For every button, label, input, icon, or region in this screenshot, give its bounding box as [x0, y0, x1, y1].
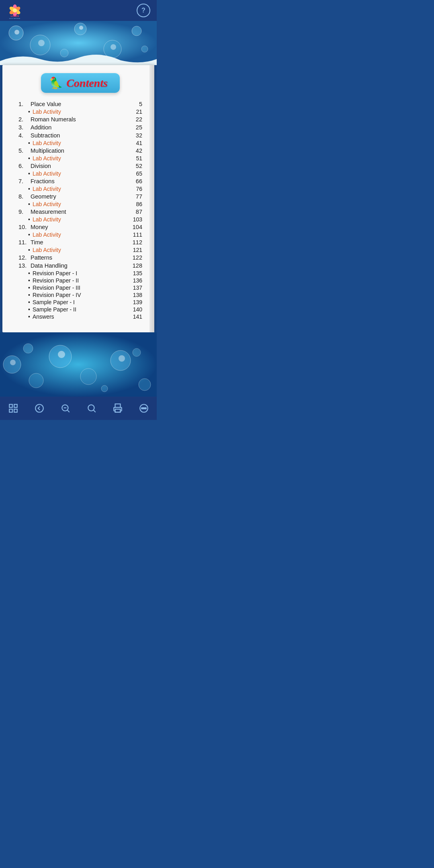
help-button[interactable]: ?: [137, 4, 150, 17]
sub-item-page: 140: [128, 306, 142, 313]
toc-main-item[interactable]: 6. Division 52: [18, 162, 142, 170]
toc-sub-item[interactable]: • Lab Activity 111: [18, 231, 142, 238]
bottom-navigation: [0, 397, 157, 420]
toc-main-item[interactable]: 8. Geometry 77: [18, 192, 142, 201]
toc-sub-item[interactable]: • Sample Paper - I 139: [18, 299, 142, 306]
item-number: 1.: [18, 101, 31, 107]
svg-point-49: [143, 407, 144, 409]
item-title: Multiplication: [31, 147, 64, 154]
sub-item-title: Revision Paper - III: [33, 285, 80, 291]
bottom-water-banner: [0, 332, 157, 397]
svg-line-42: [67, 410, 69, 412]
item-number: 3.: [18, 124, 31, 131]
contents-banner: 🦜 Contents: [41, 73, 120, 93]
print-button[interactable]: [109, 401, 126, 415]
sub-item-page: 121: [128, 247, 142, 253]
toc-sub-item[interactable]: • Lab Activity 103: [18, 216, 142, 223]
sub-item-page: 141: [128, 313, 142, 320]
sub-item-title: Lab Activity: [33, 170, 61, 177]
item-number: 2.: [18, 116, 31, 123]
bullet-icon: •: [28, 299, 30, 305]
svg-point-24: [10, 360, 16, 365]
item-title: Division: [31, 163, 51, 169]
item-page: 22: [128, 116, 142, 123]
bullet-icon: •: [28, 170, 30, 177]
toc-sub-item[interactable]: • Lab Activity 21: [18, 108, 142, 115]
lotus-logo: LOTUS EDUCATIONAL: [6, 2, 23, 19]
bullet-icon: •: [28, 306, 30, 313]
grid-button[interactable]: [5, 401, 22, 415]
svg-point-19: [132, 26, 141, 36]
sub-item-title: Revision Paper - I: [33, 270, 77, 276]
toc-main-item[interactable]: 4. Subtraction 32: [18, 131, 142, 139]
toc-main-item[interactable]: 11. Time 112: [18, 238, 142, 246]
sub-item-page: 111: [128, 231, 142, 238]
toc-main-item[interactable]: 12. Patterns 122: [18, 254, 142, 262]
toc-main-item[interactable]: 2. Roman Numerals 22: [18, 115, 142, 123]
toc-sub-item[interactable]: • Lab Activity 76: [18, 185, 142, 192]
contents-title: Contents: [66, 77, 108, 90]
bullet-icon: •: [28, 285, 30, 291]
item-page: 112: [128, 239, 142, 246]
item-title: Addition: [31, 124, 51, 131]
item-number: 10.: [18, 224, 31, 230]
app-header: LOTUS EDUCATIONAL ?: [0, 0, 157, 21]
toc-main-item[interactable]: 7. Fractions 66: [18, 177, 142, 185]
toc-sub-item[interactable]: • Lab Activity 121: [18, 246, 142, 254]
toc-main-item[interactable]: 10. Money 104: [18, 223, 142, 231]
svg-point-43: [88, 405, 94, 411]
toc-sub-item[interactable]: • Revision Paper - IV 138: [18, 291, 142, 299]
toc-main-item[interactable]: 5. Multiplication 42: [18, 147, 142, 155]
sub-item-title: Lab Activity: [33, 140, 61, 146]
svg-point-33: [133, 348, 141, 356]
bullet-icon: •: [28, 108, 30, 115]
svg-rect-45: [115, 404, 120, 407]
toc-sub-item[interactable]: • Revision Paper - III 137: [18, 284, 142, 291]
toc-sub-item[interactable]: • Lab Activity 51: [18, 155, 142, 162]
bullet-icon: •: [28, 277, 30, 284]
item-number: 8.: [18, 193, 31, 200]
toc-main-item[interactable]: 3. Addition 25: [18, 123, 142, 131]
svg-point-27: [58, 351, 65, 358]
sub-item-page: 21: [128, 108, 142, 115]
bullet-icon: •: [28, 216, 30, 223]
sub-item-page: 41: [128, 140, 142, 146]
toc-sub-item[interactable]: • Revision Paper - I 135: [18, 270, 142, 277]
item-title: Money: [31, 224, 48, 230]
svg-rect-22: [0, 332, 157, 397]
zoom-out-button[interactable]: [57, 401, 74, 415]
bullet-icon: •: [28, 270, 30, 276]
toc-sub-item[interactable]: • Sample Paper - II 140: [18, 306, 142, 313]
item-page: 128: [128, 262, 142, 269]
toc-sub-item[interactable]: • Lab Activity 86: [18, 201, 142, 208]
print-icon: [113, 403, 123, 414]
item-title: Geometry: [31, 193, 56, 200]
svg-point-30: [119, 355, 125, 362]
item-title: Subtraction: [31, 132, 60, 139]
item-number: 12.: [18, 254, 31, 261]
sub-item-title: Answers: [33, 313, 54, 320]
toc-sub-item[interactable]: • Lab Activity 41: [18, 139, 142, 147]
sub-item-title: Sample Paper - II: [33, 306, 76, 313]
back-button[interactable]: [31, 401, 48, 415]
svg-text:EDUCATIONAL: EDUCATIONAL: [9, 18, 21, 19]
item-number: 9.: [18, 209, 31, 215]
toc-main-item[interactable]: 13. Data Handling 128: [18, 262, 142, 270]
toc-main-item[interactable]: 1. Place Value 5: [18, 100, 142, 108]
item-number: 6.: [18, 163, 31, 169]
sub-item-title: Lab Activity: [33, 155, 61, 162]
svg-point-28: [80, 368, 96, 385]
item-title: Time: [31, 239, 43, 246]
svg-point-48: [141, 407, 143, 409]
svg-point-31: [139, 379, 151, 391]
sub-item-page: 137: [128, 285, 142, 291]
toc-sub-item[interactable]: • Revision Paper - II 136: [18, 277, 142, 284]
toc-sub-item[interactable]: • Answers 141: [18, 313, 142, 320]
toc-main-item[interactable]: 9. Measurement 87: [18, 208, 142, 216]
more-button[interactable]: [135, 401, 152, 415]
svg-point-39: [35, 404, 43, 412]
sub-item-title: Sample Paper - I: [33, 299, 75, 305]
toc-sub-item[interactable]: • Lab Activity 65: [18, 170, 142, 177]
search-button[interactable]: [83, 401, 100, 415]
item-title: Roman Numerals: [31, 116, 76, 123]
